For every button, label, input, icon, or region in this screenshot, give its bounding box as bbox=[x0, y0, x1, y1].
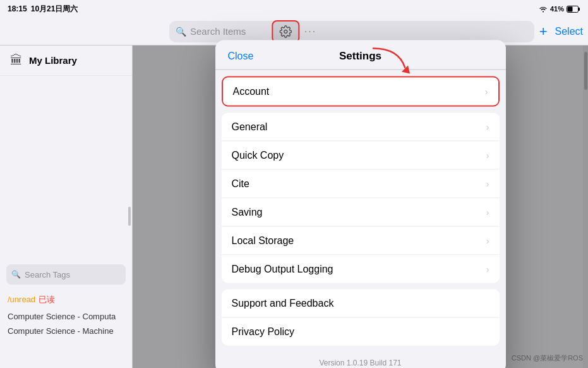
debug-chevron: › bbox=[486, 264, 489, 274]
library-icon: 🏛 bbox=[10, 53, 23, 68]
main-area: 🏛 My Library 🔍 Search Tags /unread 已读 Co… bbox=[0, 46, 588, 368]
settings-row-support[interactable]: Support and Feedback bbox=[222, 290, 500, 318]
settings-row-cite[interactable]: Cite › bbox=[222, 170, 500, 199]
sidebar: 🏛 My Library 🔍 Search Tags /unread 已读 Co… bbox=[0, 46, 133, 368]
add-button[interactable]: + bbox=[539, 23, 548, 40]
modal-body: Account › General › Quick Copy › C bbox=[215, 77, 506, 369]
search-placeholder: Search Items bbox=[190, 26, 246, 37]
modal-close-button[interactable]: Close bbox=[228, 51, 254, 62]
sidebar-item-0[interactable]: Computer Science - Computa bbox=[0, 309, 132, 324]
svg-rect-1 bbox=[579, 8, 580, 11]
sidebar-scrollbar bbox=[128, 207, 131, 226]
battery-icon bbox=[567, 6, 580, 13]
account-chevron: › bbox=[485, 87, 488, 97]
sidebar-search-placeholder: Search Tags bbox=[25, 270, 70, 279]
settings-row-saving[interactable]: Saving › bbox=[222, 199, 500, 227]
settings-row-quickcopy[interactable]: Quick Copy › bbox=[222, 142, 500, 170]
sidebar-item-1[interactable]: Computer Science - Machine bbox=[0, 324, 132, 338]
cite-chevron: › bbox=[486, 179, 489, 189]
gear-icon bbox=[279, 25, 292, 38]
quickcopy-label: Quick Copy bbox=[232, 150, 284, 161]
settings-row-debug[interactable]: Debug Output Logging › bbox=[222, 255, 500, 283]
privacy-label: Privacy Policy bbox=[232, 326, 295, 338]
localstorage-label: Local Storage bbox=[232, 235, 294, 247]
support-label: Support and Feedback bbox=[232, 298, 334, 309]
tag-unread[interactable]: /unread bbox=[8, 295, 35, 304]
status-bar: 18:15 10月21日周六 41% bbox=[0, 0, 588, 18]
search-bar[interactable]: 🔍 Search Items bbox=[169, 21, 534, 42]
general-chevron: › bbox=[486, 122, 489, 132]
account-section: Account › bbox=[222, 77, 500, 107]
saving-chevron: › bbox=[486, 207, 489, 218]
settings-row-general[interactable]: General › bbox=[222, 113, 500, 142]
account-label: Account bbox=[233, 86, 270, 97]
status-right: 41% bbox=[539, 5, 580, 13]
settings-row-localstorage[interactable]: Local Storage › bbox=[222, 227, 500, 255]
account-row[interactable]: Account › bbox=[223, 78, 498, 106]
general-label: General bbox=[232, 121, 268, 133]
sidebar-search[interactable]: 🔍 Search Tags bbox=[6, 264, 126, 285]
saving-label: Saving bbox=[232, 207, 263, 218]
search-icon: 🔍 bbox=[176, 27, 186, 37]
toolbar-dots: ··· bbox=[304, 26, 316, 37]
status-time: 18:15 bbox=[8, 4, 27, 13]
sidebar-header: 🏛 My Library bbox=[0, 46, 132, 76]
wifi-icon bbox=[539, 5, 548, 13]
localstorage-chevron: › bbox=[486, 236, 489, 246]
status-date: 10月21日周六 bbox=[31, 4, 78, 15]
version-text: Version 1.0.19 Build 171 bbox=[215, 352, 506, 369]
right-content: Close Settings Account › General › bbox=[133, 46, 588, 368]
sidebar-search-icon: 🔍 bbox=[11, 270, 21, 279]
cite-label: Cite bbox=[232, 178, 249, 190]
debug-label: Debug Output Logging bbox=[232, 264, 333, 275]
select-button[interactable]: Select bbox=[555, 26, 583, 37]
battery-level: 41% bbox=[550, 5, 564, 13]
main-settings-section: General › Quick Copy › Cite › Saving › bbox=[222, 113, 500, 283]
settings-modal: Close Settings Account › General › bbox=[215, 40, 506, 369]
support-section: Support and Feedback Privacy Policy bbox=[222, 290, 500, 346]
settings-row-privacy[interactable]: Privacy Policy bbox=[222, 318, 500, 346]
status-left: 18:15 10月21日周六 bbox=[8, 4, 78, 15]
quickcopy-chevron: › bbox=[486, 150, 489, 161]
modal-title: Settings bbox=[339, 50, 381, 63]
tag-read[interactable]: 已读 bbox=[39, 295, 55, 304]
library-label: My Library bbox=[29, 55, 77, 66]
sidebar-tags: /unread 已读 bbox=[0, 290, 132, 309]
toolbar-right: + Select bbox=[539, 23, 583, 40]
modal-header: Close Settings bbox=[215, 40, 506, 70]
svg-rect-2 bbox=[568, 6, 573, 11]
